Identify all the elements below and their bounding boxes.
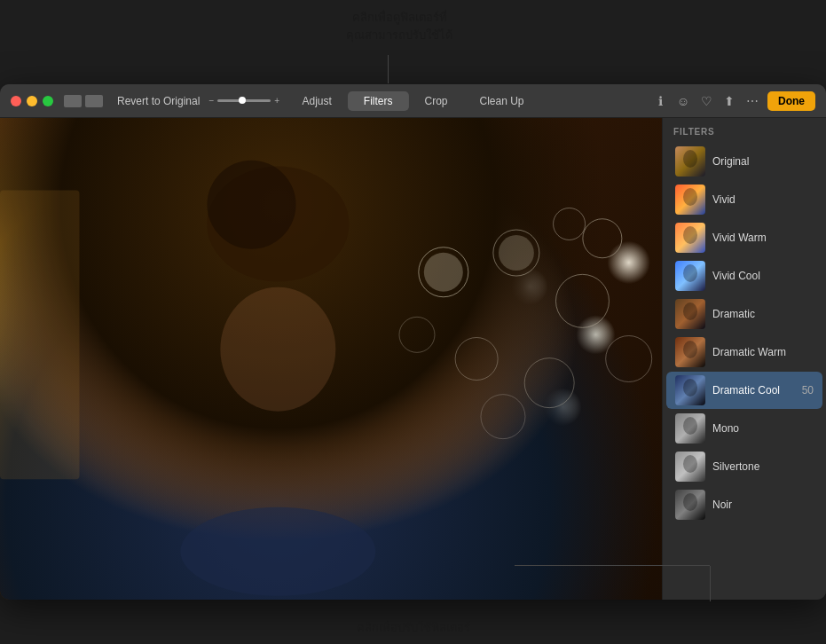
tab-filters[interactable]: Filters bbox=[348, 91, 409, 111]
annotation-top-line2: คุณสามารถปรับใช้ได้ bbox=[346, 27, 452, 44]
heart-button[interactable]: ♡ bbox=[698, 93, 714, 109]
svg-point-21 bbox=[683, 302, 697, 320]
filter-thumb-silvertone bbox=[675, 452, 705, 482]
annotation-top-line1: คลิกเพื่อดูฟิลเตอร์ที่ bbox=[346, 9, 452, 27]
done-button[interactable]: Done bbox=[767, 91, 815, 111]
minimize-button[interactable] bbox=[27, 96, 37, 106]
filter-name-dramatic-warm: Dramatic Warm bbox=[712, 346, 814, 358]
filter-name-silvertone: Silvertone bbox=[712, 460, 814, 473]
brightness-plus-icon: + bbox=[274, 96, 279, 106]
filter-item-vivid-warm[interactable]: Vivid Warm bbox=[666, 219, 822, 256]
view-toggle bbox=[64, 95, 103, 107]
brightness-slider[interactable]: − + bbox=[208, 96, 279, 106]
photo-area bbox=[0, 118, 662, 600]
svg-point-19 bbox=[683, 226, 697, 244]
filter-thumb-dramatic bbox=[675, 299, 705, 329]
filter-name-noir: Noir bbox=[712, 499, 814, 511]
traffic-lights bbox=[11, 96, 53, 106]
filter-item-dramatic-warm[interactable]: Dramatic Warm bbox=[666, 334, 822, 371]
view-single-icon[interactable] bbox=[64, 95, 82, 107]
filter-item-silvertone[interactable]: Silvertone bbox=[666, 448, 822, 485]
filter-item-dramatic[interactable]: Dramatic bbox=[666, 295, 822, 333]
filter-name-mono: Mono bbox=[712, 422, 814, 435]
svg-point-23 bbox=[683, 379, 697, 397]
filters-panel: FILTERS OriginalVividVivid WarmVivid Coo… bbox=[662, 118, 826, 600]
share-button[interactable]: ⬆ bbox=[721, 93, 737, 109]
info-button[interactable]: ℹ bbox=[652, 93, 668, 109]
slider-track[interactable] bbox=[217, 99, 271, 102]
tab-crop[interactable]: Crop bbox=[408, 91, 463, 111]
content-area: FILTERS OriginalVividVivid WarmVivid Coo… bbox=[0, 118, 826, 600]
svg-point-25 bbox=[683, 455, 697, 473]
svg-point-24 bbox=[683, 417, 697, 435]
filter-name-dramatic: Dramatic bbox=[712, 308, 814, 320]
filter-item-vivid-cool[interactable]: Vivid Cool bbox=[666, 257, 822, 295]
main-window: Revert to Original − + Adjust Filters Cr… bbox=[0, 84, 826, 600]
annotation-bottom: คลิกเพื่อปรับใช้ฟิลเตอร์ bbox=[357, 618, 470, 637]
filter-thumb-dramatic-warm bbox=[675, 337, 705, 367]
filter-name-original: Original bbox=[712, 155, 814, 168]
filter-thumb-vivid-warm bbox=[675, 223, 705, 253]
filter-thumb-mono bbox=[675, 413, 705, 444]
filter-name-vivid-cool: Vivid Cool bbox=[712, 270, 814, 282]
filter-item-dramatic-cool[interactable]: Dramatic Cool50 bbox=[666, 372, 822, 409]
portrait-overlay bbox=[0, 118, 662, 600]
filters-header: FILTERS bbox=[663, 118, 826, 142]
view-compare-icon[interactable] bbox=[85, 95, 103, 107]
emoji-button[interactable]: ☺ bbox=[675, 93, 691, 109]
callout-line-top bbox=[388, 55, 389, 83]
filter-item-mono[interactable]: Mono bbox=[666, 410, 822, 447]
svg-point-26 bbox=[683, 493, 697, 511]
filter-value-dramatic-cool: 50 bbox=[802, 384, 814, 397]
svg-point-17 bbox=[683, 150, 697, 168]
filter-item-noir[interactable]: Noir bbox=[666, 486, 822, 523]
close-button[interactable] bbox=[11, 96, 21, 106]
photo-background bbox=[0, 118, 662, 600]
filter-name-dramatic-cool: Dramatic Cool bbox=[712, 384, 795, 397]
fullscreen-button[interactable] bbox=[43, 96, 53, 106]
svg-point-20 bbox=[683, 264, 697, 282]
filter-name-vivid: Vivid bbox=[712, 193, 814, 206]
callout-line-bottom bbox=[710, 566, 711, 601]
tab-cleanup[interactable]: Clean Up bbox=[464, 91, 540, 111]
tab-adjust[interactable]: Adjust bbox=[286, 91, 347, 111]
filter-name-vivid-warm: Vivid Warm bbox=[712, 232, 814, 244]
filter-thumb-noir bbox=[675, 490, 705, 520]
svg-point-22 bbox=[683, 341, 697, 358]
filter-thumb-original bbox=[675, 146, 705, 177]
more-button[interactable]: ⋯ bbox=[744, 93, 760, 109]
nav-tabs: Adjust Filters Crop Clean Up bbox=[286, 91, 539, 111]
filter-item-vivid[interactable]: Vivid bbox=[666, 181, 822, 218]
revert-button[interactable]: Revert to Original bbox=[117, 95, 200, 107]
svg-point-18 bbox=[683, 188, 697, 206]
callout-line-horiz bbox=[515, 565, 710, 566]
filter-list: OriginalVividVivid WarmVivid CoolDramati… bbox=[663, 143, 826, 523]
annotation-top: คลิกเพื่อดูฟิลเตอร์ที่ คุณสามารถปรับใช้ไ… bbox=[346, 9, 452, 43]
titlebar-right: ℹ ☺ ♡ ⬆ ⋯ Done bbox=[652, 91, 815, 111]
titlebar: Revert to Original − + Adjust Filters Cr… bbox=[0, 84, 826, 118]
filter-thumb-vivid bbox=[675, 185, 705, 215]
filter-thumb-vivid-cool bbox=[675, 261, 705, 291]
annotation-bottom-text: คลิกเพื่อปรับใช้ฟิลเตอร์ bbox=[357, 621, 470, 634]
filter-item-original[interactable]: Original bbox=[666, 143, 822, 180]
filter-thumb-dramatic-cool bbox=[675, 375, 705, 405]
brightness-minus-icon: − bbox=[208, 96, 214, 106]
